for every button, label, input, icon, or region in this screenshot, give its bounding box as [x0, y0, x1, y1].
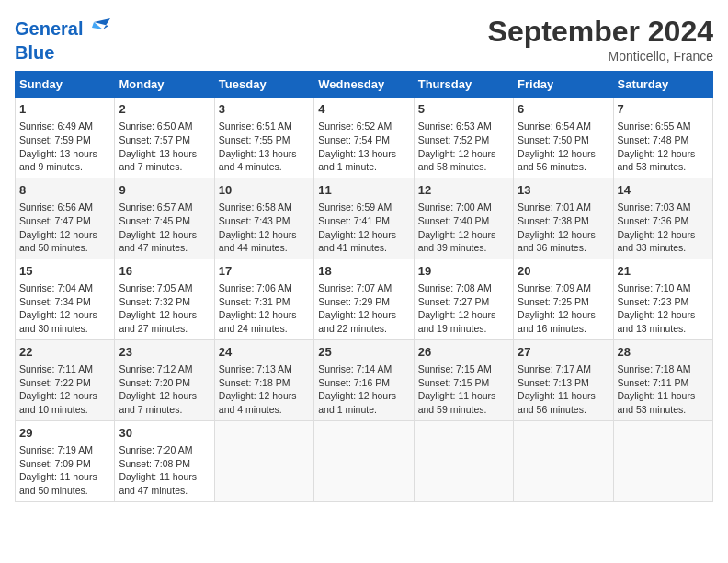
day-info-line: Daylight: 13 hours [119, 147, 210, 161]
day-info-line: Sunset: 7:18 PM [219, 376, 310, 390]
day-info-line: and 16 minutes. [518, 322, 609, 336]
day-number: 5 [418, 101, 509, 118]
day-info-line: Daylight: 12 hours [219, 228, 310, 242]
calendar-cell [613, 420, 712, 501]
day-info-line: Sunset: 7:52 PM [418, 133, 509, 147]
day-info-line: Sunset: 7:15 PM [418, 376, 509, 390]
day-info-line: and 10 minutes. [19, 403, 110, 417]
day-number: 13 [518, 182, 609, 199]
day-info-line: Daylight: 12 hours [618, 147, 709, 161]
calendar-cell: 8Sunrise: 6:56 AMSunset: 7:47 PMDaylight… [16, 178, 115, 259]
day-info-line: and 56 minutes. [518, 160, 609, 174]
day-number: 22 [19, 344, 110, 361]
day-info-line: Sunset: 7:50 PM [518, 133, 609, 147]
calendar-cell: 6Sunrise: 6:54 AMSunset: 7:50 PMDaylight… [514, 98, 613, 178]
day-number: 16 [119, 263, 210, 280]
day-number: 30 [119, 425, 210, 442]
day-number: 27 [518, 344, 609, 361]
day-info-line: Sunrise: 6:56 AM [19, 201, 110, 214]
day-number: 18 [318, 263, 409, 280]
day-number: 21 [618, 263, 709, 280]
calendar-cell: 24Sunrise: 7:13 AMSunset: 7:18 PMDayligh… [214, 339, 313, 420]
day-info-line: and 56 minutes. [518, 403, 609, 417]
calendar-cell [514, 420, 613, 501]
logo-text: General [15, 18, 83, 39]
calendar-cell: 5Sunrise: 6:53 AMSunset: 7:52 PMDaylight… [414, 98, 513, 178]
day-info-line: and 22 minutes. [318, 322, 409, 336]
day-info-line: Daylight: 12 hours [418, 228, 509, 242]
day-info-line: Daylight: 13 hours [19, 147, 110, 161]
day-info-line: Sunrise: 6:51 AM [219, 120, 310, 133]
day-info-line: Sunset: 7:45 PM [119, 214, 210, 228]
day-info-line: Sunset: 7:54 PM [318, 133, 409, 147]
day-number: 12 [418, 182, 509, 199]
header-tuesday: Tuesday [214, 72, 313, 98]
day-info-line: Sunrise: 6:57 AM [119, 201, 210, 214]
day-info-line: and 53 minutes. [618, 403, 709, 417]
day-info-line: Sunrise: 6:53 AM [418, 120, 509, 133]
location-subtitle: Monticello, France [488, 49, 713, 63]
calendar-header-row: SundayMondayTuesdayWednesdayThursdayFrid… [16, 72, 713, 98]
day-info-line: Sunset: 7:25 PM [518, 295, 609, 309]
calendar-cell: 25Sunrise: 7:14 AMSunset: 7:16 PMDayligh… [314, 339, 414, 420]
calendar-cell [414, 420, 513, 501]
calendar-cell: 29Sunrise: 7:19 AMSunset: 7:09 PMDayligh… [16, 420, 115, 501]
day-info-line: Sunset: 7:36 PM [618, 214, 709, 228]
calendar-cell: 16Sunrise: 7:05 AMSunset: 7:32 PMDayligh… [115, 259, 214, 339]
day-info-line: Daylight: 12 hours [518, 228, 609, 242]
day-info-line: Sunrise: 6:55 AM [618, 120, 709, 133]
day-info-line: Daylight: 12 hours [418, 308, 509, 322]
day-info-line: Sunrise: 7:04 AM [19, 282, 110, 295]
calendar-cell: 28Sunrise: 7:18 AMSunset: 7:11 PMDayligh… [613, 339, 712, 420]
day-info-line: and 27 minutes. [119, 322, 210, 336]
logo-bird-icon [85, 15, 112, 42]
calendar-cell: 30Sunrise: 7:20 AMSunset: 7:08 PMDayligh… [115, 420, 214, 501]
day-info-line: Daylight: 13 hours [318, 147, 409, 161]
calendar-week-row: 8Sunrise: 6:56 AMSunset: 7:47 PMDaylight… [16, 178, 713, 259]
day-info-line: Daylight: 11 hours [618, 389, 709, 403]
day-number: 6 [518, 101, 609, 118]
calendar-cell: 18Sunrise: 7:07 AMSunset: 7:29 PMDayligh… [314, 259, 414, 339]
day-number: 3 [219, 101, 310, 118]
day-info-line: and 47 minutes. [119, 241, 210, 255]
logo: General Blue [15, 15, 112, 63]
day-info-line: Sunset: 7:59 PM [19, 133, 110, 147]
day-info-line: Sunrise: 6:50 AM [119, 120, 210, 133]
day-info-line: Sunset: 7:57 PM [119, 133, 210, 147]
day-number: 15 [19, 263, 110, 280]
day-number: 26 [418, 344, 509, 361]
day-info-line: Sunset: 7:47 PM [19, 214, 110, 228]
calendar-week-row: 1Sunrise: 6:49 AMSunset: 7:59 PMDaylight… [16, 98, 713, 178]
day-info-line: and 13 minutes. [618, 322, 709, 336]
day-info-line: Sunset: 7:32 PM [119, 295, 210, 309]
day-number: 14 [618, 182, 709, 199]
day-info-line: Sunrise: 7:08 AM [418, 282, 509, 295]
day-info-line: Sunrise: 7:09 AM [518, 282, 609, 295]
day-number: 4 [318, 101, 409, 118]
day-info-line: and 50 minutes. [19, 484, 110, 498]
day-number: 1 [19, 101, 110, 118]
day-info-line: Sunrise: 6:52 AM [318, 120, 409, 133]
day-info-line: Sunrise: 7:05 AM [119, 282, 210, 295]
day-info-line: Daylight: 12 hours [318, 389, 409, 403]
calendar-cell: 1Sunrise: 6:49 AMSunset: 7:59 PMDaylight… [16, 98, 115, 178]
day-info-line: Sunset: 7:08 PM [119, 457, 210, 471]
calendar-cell [314, 420, 414, 501]
calendar-cell: 10Sunrise: 6:58 AMSunset: 7:43 PMDayligh… [214, 178, 313, 259]
day-info-line: Sunset: 7:43 PM [219, 214, 310, 228]
day-info-line: and 44 minutes. [219, 241, 310, 255]
day-info-line: Daylight: 11 hours [418, 389, 509, 403]
header-wednesday: Wednesday [314, 72, 414, 98]
calendar-cell: 12Sunrise: 7:00 AMSunset: 7:40 PMDayligh… [414, 178, 513, 259]
day-number: 25 [318, 344, 409, 361]
day-info-line: Sunset: 7:29 PM [318, 295, 409, 309]
day-number: 11 [318, 182, 409, 199]
day-info-line: Sunrise: 7:03 AM [618, 201, 709, 214]
calendar-cell: 11Sunrise: 6:59 AMSunset: 7:41 PMDayligh… [314, 178, 414, 259]
calendar-cell: 23Sunrise: 7:12 AMSunset: 7:20 PMDayligh… [115, 339, 214, 420]
day-info-line: and 1 minute. [318, 160, 409, 174]
calendar-cell: 22Sunrise: 7:11 AMSunset: 7:22 PMDayligh… [16, 339, 115, 420]
calendar-cell: 17Sunrise: 7:06 AMSunset: 7:31 PMDayligh… [214, 259, 313, 339]
day-info-line: Daylight: 12 hours [19, 308, 110, 322]
calendar-cell: 3Sunrise: 6:51 AMSunset: 7:55 PMDaylight… [214, 98, 313, 178]
